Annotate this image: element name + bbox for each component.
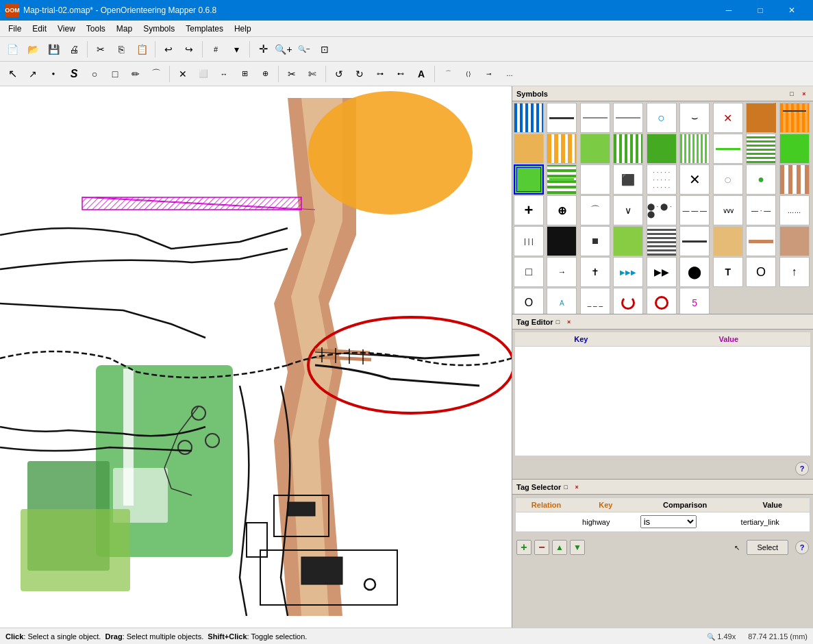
zoom-out-button[interactable]: 🔍− <box>295 40 314 59</box>
select-tool-button[interactable]: ↖ <box>3 64 22 84</box>
sym-23[interactable]: · · · · ·· · · · ·· · · · · <box>647 164 677 195</box>
sym-43[interactable] <box>713 226 743 256</box>
sym-38[interactable] <box>547 226 577 256</box>
point-button[interactable]: ● <box>44 64 63 84</box>
maximize-button[interactable]: □ <box>745 0 776 21</box>
tag-selector-add-button[interactable]: + <box>516 540 531 555</box>
new-button[interactable]: 📄 <box>3 40 22 59</box>
select-button[interactable]: Select <box>747 540 788 555</box>
open-button[interactable]: 📂 <box>23 40 42 59</box>
move-obj-button[interactable]: ↔ <box>214 64 234 84</box>
move-button[interactable]: ⬜ <box>194 64 213 84</box>
menu-help[interactable]: Help <box>229 23 257 35</box>
sym-9[interactable] <box>779 103 810 133</box>
sym-2[interactable] <box>547 103 577 133</box>
tag-selector-float-button[interactable]: □ <box>561 482 571 492</box>
menu-view[interactable]: View <box>52 23 81 35</box>
sym-6[interactable]: ⌣ <box>679 103 710 133</box>
rect-tool-button[interactable]: □ <box>105 64 125 84</box>
sym-48[interactable]: ✝ <box>580 257 610 287</box>
close-button[interactable]: ✕ <box>776 0 808 21</box>
sym-4[interactable] <box>613 103 643 133</box>
tag-selector-help-button[interactable]: ? <box>795 541 809 554</box>
sym-60[interactable]: 5 <box>679 288 710 314</box>
sym-36[interactable]: …… <box>779 195 810 225</box>
sym-40[interactable] <box>613 226 643 256</box>
sym-51[interactable]: ⬤ <box>679 257 710 287</box>
tag-editor-close-button[interactable]: × <box>564 317 574 327</box>
sym-16[interactable] <box>713 134 743 164</box>
sym-32[interactable]: ⬤ · ⬤ · ⬤ <box>647 195 677 225</box>
sym-30[interactable]: ⌒ <box>580 195 610 225</box>
minimize-button[interactable]: ─ <box>713 0 745 21</box>
zoom-in-button[interactable]: 🔍+ <box>274 40 293 59</box>
sym-57[interactable]: _ _ _ <box>580 288 610 314</box>
sym-17[interactable] <box>746 134 776 164</box>
sym-59[interactable] <box>647 288 677 314</box>
sym-15[interactable] <box>679 134 710 164</box>
sym-56[interactable]: A <box>547 288 577 314</box>
sym-34[interactable]: ∨∨∨ <box>713 195 743 225</box>
menu-file[interactable]: File <box>3 23 27 35</box>
tag-editor-help-button[interactable]: ? <box>795 462 809 475</box>
menu-tools[interactable]: Tools <box>81 23 111 35</box>
sym-41[interactable] <box>647 226 677 256</box>
sym-13[interactable] <box>613 134 643 164</box>
snap-button[interactable]: ⊞ <box>235 64 254 84</box>
menu-symbols[interactable]: Symbols <box>138 23 180 35</box>
save-button[interactable]: 💾 <box>44 40 63 59</box>
scissors2-button[interactable]: ✄ <box>303 64 322 84</box>
rotate-pt-button[interactable]: ↻ <box>350 64 369 84</box>
grid-button[interactable]: # <box>206 40 225 59</box>
sym-46[interactable]: □ <box>514 257 544 287</box>
sym-1[interactable] <box>514 103 544 133</box>
sym-55[interactable]: O <box>514 288 544 314</box>
map-canvas[interactable] <box>0 86 512 628</box>
fit-button[interactable]: ⊡ <box>315 40 334 59</box>
sym-39[interactable] <box>580 226 610 256</box>
menu-edit[interactable]: Edit <box>27 23 52 35</box>
sym-5[interactable]: ○ <box>647 103 677 133</box>
tag-selector-close-button[interactable]: × <box>572 482 581 492</box>
sym-53[interactable]: O <box>746 257 776 287</box>
fill-tool-button[interactable]: ⌒ <box>147 64 166 84</box>
sym-25[interactable]: ○ <box>713 164 743 195</box>
sym-52[interactable]: T <box>713 257 743 287</box>
rotate-button[interactable]: ↺ <box>329 64 349 84</box>
edit-tool-button[interactable]: ↗ <box>23 64 42 84</box>
menu-templates[interactable]: Templates <box>180 23 229 35</box>
symbols-float-button[interactable]: □ <box>787 89 797 99</box>
sym-33[interactable]: — — — <box>679 195 710 225</box>
sym-49[interactable]: ▶▶▶ <box>613 257 643 287</box>
sym-47[interactable]: → <box>547 257 577 287</box>
undo-button[interactable]: ↩ <box>159 40 178 59</box>
sym-10[interactable] <box>514 134 544 164</box>
tag-editor-float-button[interactable]: □ <box>553 317 563 327</box>
sym-54[interactable]: ↑ <box>779 257 810 287</box>
print-button[interactable]: 🖨 <box>64 40 84 59</box>
sym-28[interactable]: + <box>514 195 544 225</box>
more-button[interactable]: … <box>500 64 519 84</box>
cursor-button[interactable]: ✛ <box>253 40 273 59</box>
sym-14[interactable] <box>647 134 677 164</box>
distribute-button[interactable]: ⊶ <box>371 64 390 84</box>
grid-dropdown[interactable]: ▾ <box>227 40 246 59</box>
sym-50[interactable]: ▶▶ <box>647 257 677 287</box>
join-button[interactable]: ⊕ <box>255 64 275 84</box>
sym-26[interactable]: ● <box>746 164 776 195</box>
tag-selector-remove-button[interactable]: − <box>534 540 549 555</box>
redo-button[interactable]: ↪ <box>179 40 199 59</box>
sym-21[interactable] <box>580 164 610 195</box>
sym-37[interactable]: | | | <box>514 226 544 256</box>
scissors-button[interactable]: ✂ <box>282 64 301 84</box>
sym-18[interactable] <box>779 134 810 164</box>
distribute2-button[interactable]: ⊷ <box>391 64 410 84</box>
sym-20[interactable] <box>547 164 577 195</box>
cut-button[interactable]: ✂ <box>91 40 110 59</box>
sym-35[interactable]: — · — <box>746 195 776 225</box>
tag-selector-down-button[interactable]: ▼ <box>570 540 585 555</box>
menu-map[interactable]: Map <box>111 23 138 35</box>
sym-27[interactable] <box>779 164 810 195</box>
sym-11[interactable] <box>547 134 577 164</box>
paste-button[interactable]: 📋 <box>132 40 151 59</box>
